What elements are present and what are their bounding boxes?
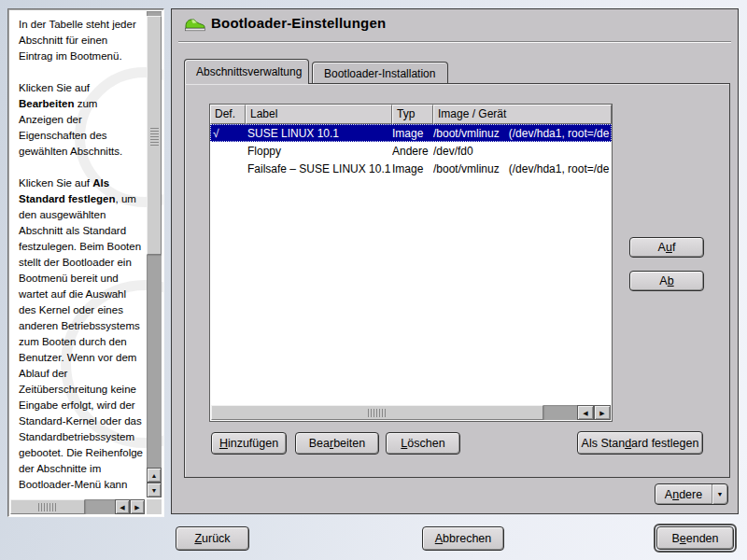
scrollbar-corner	[147, 499, 162, 514]
help-paragraph: In der Tabelle steht jeder Abschnitt für…	[19, 17, 143, 64]
scroll-right-button[interactable]: ▶	[594, 405, 611, 420]
cell-label: SUSE LINUX 10.1	[246, 127, 392, 140]
column-header-image[interactable]: Image / Gerät	[433, 105, 612, 124]
title-separator	[178, 41, 731, 43]
up-triangle-icon: ▲	[151, 472, 158, 479]
cell-image-device: /boot/vmlinuz (/dev/hda1, root=/de	[433, 162, 612, 175]
thumb-grip-icon	[150, 126, 159, 146]
cell-typ: Image	[392, 127, 433, 140]
move-down-button[interactable]: Ab	[629, 271, 704, 291]
tab-bootloader-installation[interactable]: Bootloader-Installation	[312, 62, 448, 84]
cell-typ: Image	[392, 162, 433, 175]
chevron-down-icon: ▼	[712, 491, 727, 497]
move-up-button[interactable]: Auf	[629, 237, 704, 258]
help-text: In der Tabelle steht jeder Abschnitt für…	[10, 11, 145, 497]
cell-image-device: /dev/fd0	[433, 145, 612, 158]
help-horizontal-scrollbar[interactable]: ◀ ▶	[10, 499, 145, 514]
table-horizontal-scrollbar[interactable]: ◀ ▶	[211, 405, 611, 420]
scroll-up-button[interactable]: ▲	[147, 468, 162, 483]
scroll-down-button[interactable]: ▼	[147, 483, 162, 497]
horizontal-scrollbar-thumb[interactable]	[211, 405, 543, 420]
horizontal-scrollbar-thumb[interactable]	[10, 499, 85, 514]
table-row[interactable]: Failsafe – SUSE LINUX 10.1 Image /boot/v…	[210, 160, 612, 177]
tab-section-management[interactable]: Abschnittsverwaltung	[184, 59, 309, 84]
tab-label: Bootloader-Installation	[324, 67, 435, 80]
tab-label: Abschnittsverwaltung	[196, 65, 302, 78]
help-paragraph: Klicken Sie auf Als Standard festlegen, …	[19, 175, 143, 493]
scrollbar-track[interactable]	[147, 255, 162, 468]
scrollbar-track[interactable]	[543, 405, 577, 420]
page-title: Bootloader-Einstellungen	[211, 15, 386, 31]
right-triangle-icon: ▶	[599, 410, 604, 416]
right-triangle-icon: ▶	[134, 504, 139, 511]
default-button-ring: Beenden	[654, 524, 737, 553]
column-header-label[interactable]: Label	[246, 105, 392, 124]
tab-content-frame: Def. Label Typ Image / Gerät √ SUSE LINU…	[184, 83, 730, 478]
finish-button[interactable]: Beenden	[656, 526, 734, 550]
edit-button[interactable]: Bearbeiten	[295, 432, 379, 455]
scrollbar-track[interactable]	[85, 499, 115, 514]
delete-button[interactable]: Löschen	[386, 432, 460, 455]
table-header-row: Def. Label Typ Image / Gerät	[210, 105, 612, 124]
other-dropdown-button[interactable]: Andere ▼	[655, 483, 728, 505]
other-label: Andere	[655, 488, 712, 501]
abort-button[interactable]: Abbrechen	[422, 526, 504, 551]
thumb-grip-icon	[368, 409, 388, 417]
back-button[interactable]: Zurück	[176, 526, 249, 551]
vertical-scrollbar-thumb[interactable]	[147, 16, 162, 255]
add-button[interactable]: Hinzufügen	[211, 432, 287, 455]
yast-window: In der Tabelle steht jeder Abschnitt für…	[0, 0, 747, 560]
cell-image-device: /boot/vmlinuz (/dev/hda1, root=/de	[433, 127, 612, 140]
cell-label: Floppy	[246, 145, 392, 158]
table-body: √ SUSE LINUX 10.1 Image /boot/vmlinuz (/…	[210, 124, 612, 177]
help-paragraph: Klicken Sie auf Bearbeiten zum Anzeigen …	[19, 80, 143, 160]
down-triangle-icon: ▼	[151, 487, 158, 494]
scroll-left-button[interactable]: ◀	[577, 405, 594, 420]
scroll-right-button[interactable]: ▶	[130, 499, 145, 514]
cell-default-mark: √	[210, 127, 246, 140]
main-dialog-panel: Bootloader-Einstellungen Abschnittsverwa…	[171, 8, 739, 514]
thumb-grip-icon	[38, 503, 58, 511]
boot-sections-table: Def. Label Typ Image / Gerät √ SUSE LINU…	[209, 104, 613, 422]
bootloader-shoe-icon	[184, 17, 206, 36]
scroll-left-button[interactable]: ◀	[115, 499, 130, 514]
table-row[interactable]: Floppy Andere /dev/fd0	[210, 142, 612, 160]
cell-label: Failsafe – SUSE LINUX 10.1	[246, 162, 392, 175]
cell-typ: Andere	[392, 145, 433, 158]
column-header-typ[interactable]: Typ	[392, 105, 433, 124]
set-default-button[interactable]: Als Standard festlegen	[577, 431, 703, 455]
column-header-def[interactable]: Def.	[210, 105, 246, 124]
help-vertical-scrollbar[interactable]: ▲ ▼	[147, 11, 162, 497]
help-panel: In der Tabelle steht jeder Abschnitt für…	[7, 8, 164, 517]
table-row[interactable]: √ SUSE LINUX 10.1 Image /boot/vmlinuz (/…	[210, 124, 612, 142]
left-triangle-icon: ◀	[583, 410, 587, 416]
left-triangle-icon: ◀	[120, 504, 124, 511]
